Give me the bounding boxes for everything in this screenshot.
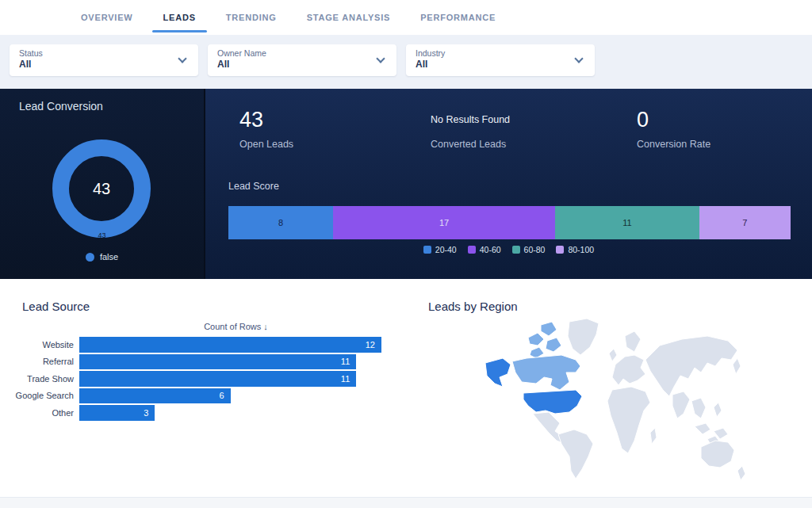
tab-bar: OVERVIEW LEADS TRENDING STAGE ANALYSIS P…: [0, 0, 812, 35]
world-map[interactable]: [476, 315, 745, 486]
lead-conversion-panel: Lead Conversion 43 43 false: [0, 89, 204, 279]
region-indonesia[interactable]: [695, 423, 710, 434]
lead-source-row: Referral11: [0, 353, 412, 371]
lead-source-bar-track: 3: [79, 405, 381, 421]
filter-label: Status: [19, 48, 189, 58]
lead-source-bar[interactable]: 12: [79, 337, 381, 353]
region-canada[interactable]: [528, 333, 544, 346]
tab-overview[interactable]: OVERVIEW: [79, 2, 135, 33]
filter-bar: Status All Owner Name All Industry All: [0, 35, 812, 89]
leads-by-region-panel: Leads by Region: [412, 279, 812, 497]
kpi-row: 43 Open Leads No Results Found Converted…: [239, 105, 804, 150]
region-new-zealand[interactable]: [737, 466, 745, 480]
lead-score-segment-60-80[interactable]: 11: [555, 206, 699, 239]
lead-source-row: Website12: [0, 336, 412, 353]
lead-score-segment-40-60[interactable]: 17: [333, 206, 555, 239]
kpi-band: Lead Conversion 43 43 false 43 Open Lead…: [0, 89, 812, 279]
region-europe[interactable]: [612, 355, 645, 385]
owner-name-filter-dropdown[interactable]: Owner Name All: [208, 44, 396, 76]
lead-source-bar-track: 12: [79, 337, 381, 353]
filter-value: All: [19, 59, 189, 70]
region-canada[interactable]: [546, 338, 561, 352]
legend-item[interactable]: 80-100: [556, 245, 594, 254]
lead-source-row: Other3: [0, 404, 412, 422]
converted-leads-value: No Results Found: [431, 105, 637, 134]
legend-swatch: [556, 246, 564, 254]
filter-label: Owner Name: [217, 48, 387, 58]
lead-source-bar-chart: Website12Referral11Trade Show11Google Se…: [0, 336, 412, 422]
region-asia[interactable]: [645, 336, 737, 396]
lead-source-row: Google Search6: [0, 388, 412, 405]
region-indochina[interactable]: [691, 398, 706, 418]
leads-by-region-title: Leads by Region: [428, 300, 518, 313]
region-australia[interactable]: [701, 441, 734, 468]
legend-label: false: [100, 252, 118, 262]
world-map-svg: [476, 315, 745, 486]
donut-legend[interactable]: false: [0, 252, 204, 262]
lead-source-category-label: Google Search: [0, 391, 79, 400]
legend-label: 20-40: [435, 245, 457, 254]
lead-score-segment-20-40[interactable]: 8: [228, 206, 333, 239]
lead-source-row: Trade Show11: [0, 370, 412, 388]
lead-source-panel: Lead Source Count of Rows ↓ Website12Ref…: [0, 279, 412, 497]
lead-score-legend: 20-4040-6060-8080-100: [205, 245, 812, 254]
region-japan[interactable]: [733, 358, 741, 374]
filter-value: All: [416, 59, 585, 70]
legend-item[interactable]: 40-60: [468, 245, 501, 254]
region-uk[interactable]: [609, 349, 617, 361]
region-greenland[interactable]: [568, 319, 599, 355]
open-leads-label: Open Leads: [239, 139, 431, 150]
legend-swatch: [512, 246, 520, 254]
tab-trending[interactable]: TRENDING: [224, 2, 278, 33]
region-philippines[interactable]: [714, 403, 722, 417]
open-leads-kpi: 43 Open Leads: [239, 105, 431, 150]
industry-filter-dropdown[interactable]: Industry All: [406, 44, 595, 76]
lead-source-category-label: Referral: [0, 357, 79, 366]
region-united-states[interactable]: [485, 358, 511, 387]
lead-source-column-header: Count of Rows ↓: [85, 322, 387, 331]
status-filter-dropdown[interactable]: Status All: [10, 44, 198, 76]
tab-leads[interactable]: LEADS: [162, 2, 197, 33]
legend-label: 80-100: [568, 245, 594, 254]
lead-conversion-donut-chart[interactable]: 43: [52, 139, 151, 238]
lead-source-bar-track: 11: [79, 354, 381, 370]
converted-leads-label: Converted Leads: [431, 139, 637, 150]
conversion-rate-kpi: 0 Conversion Rate: [637, 105, 804, 150]
region-south-america[interactable]: [558, 430, 593, 479]
charts-row: Lead Source Count of Rows ↓ Website12Ref…: [0, 279, 812, 497]
lead-source-bar[interactable]: 6: [79, 388, 231, 404]
lead-source-bar[interactable]: 11: [79, 354, 356, 370]
footer-strip: [0, 497, 812, 508]
region-canada[interactable]: [512, 355, 580, 390]
legend-swatch: [86, 253, 94, 262]
donut-center-value: 43: [93, 180, 110, 198]
lead-conversion-title: Lead Conversion: [19, 100, 103, 113]
region-india[interactable]: [672, 392, 690, 418]
lead-source-bar[interactable]: 3: [79, 405, 155, 421]
lead-score-stacked-bar: 817117: [228, 206, 791, 239]
legend-item[interactable]: 20-40: [423, 245, 457, 254]
region-africa[interactable]: [607, 387, 650, 453]
open-leads-value: 43: [239, 105, 431, 134]
lead-score-segment-80-100[interactable]: 7: [699, 206, 791, 239]
filter-label: Industry: [416, 48, 585, 58]
lead-score-title: Lead Score: [228, 181, 279, 192]
lead-metrics-panel: 43 Open Leads No Results Found Converted…: [204, 89, 812, 279]
converted-leads-kpi: No Results Found Converted Leads: [431, 105, 637, 150]
region-madagascar[interactable]: [650, 428, 657, 444]
region-united-states[interactable]: [523, 390, 582, 414]
region-scandinavia[interactable]: [625, 331, 641, 352]
conversion-rate-label: Conversion Rate: [637, 139, 804, 150]
tab-stage-analysis[interactable]: STAGE ANALYSIS: [305, 2, 393, 33]
region-canada[interactable]: [541, 322, 557, 336]
tab-performance[interactable]: PERFORMANCE: [419, 2, 497, 33]
legend-label: 60-80: [524, 245, 546, 254]
lead-source-bar[interactable]: 11: [79, 371, 356, 387]
lead-source-bar-track: 11: [79, 371, 381, 387]
conversion-rate-value: 0: [637, 105, 804, 134]
legend-item[interactable]: 60-80: [512, 245, 546, 254]
legend-label: 40-60: [480, 245, 501, 254]
lead-source-category-label: Trade Show: [0, 374, 79, 384]
lead-source-bar-track: 6: [79, 388, 381, 404]
donut-slice-label: 43: [0, 231, 204, 239]
